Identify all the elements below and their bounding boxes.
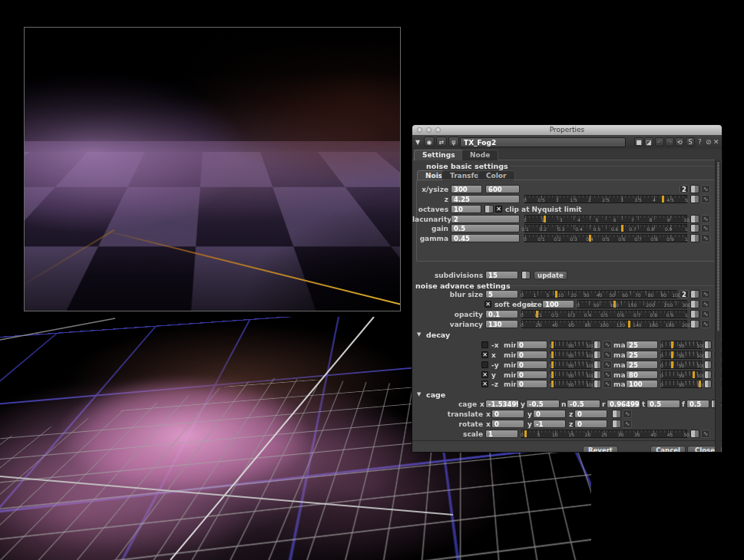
disclosure-triangle[interactable]: ▼ [417, 331, 421, 338]
render-viewport[interactable] [24, 27, 401, 311]
curve-button[interactable]: ∿ [603, 351, 612, 359]
cage-y-field[interactable]: -0.5 [526, 400, 560, 408]
min-field[interactable]: 0 [516, 341, 547, 349]
undo-icon[interactable]: ↶ [655, 137, 664, 147]
channel-button[interactable] [690, 224, 699, 232]
gamma-field[interactable]: 0.45 [451, 234, 520, 242]
max-field[interactable]: 100 [626, 380, 658, 388]
rotate-z-field[interactable]: 0 [574, 420, 607, 428]
curve-button[interactable]: ∿ [623, 410, 632, 418]
channel-button[interactable] [690, 300, 699, 308]
channel-button[interactable] [690, 185, 699, 193]
channel-button[interactable] [690, 215, 699, 223]
decay-negz-checkbox[interactable] [481, 380, 488, 387]
curve-button[interactable]: ∿ [701, 224, 710, 232]
tab-settings[interactable]: Settings [414, 150, 463, 160]
max-slider[interactable]: 050100 [661, 361, 702, 369]
max-field[interactable]: 25 [626, 341, 658, 349]
update-button[interactable]: update [534, 271, 567, 280]
size-slider[interactable]: 050100150200250300 [577, 300, 687, 308]
redo-icon[interactable]: ↷ [665, 137, 674, 147]
channel-button[interactable] [612, 410, 621, 418]
cage-r-field[interactable]: 0.96499999 [607, 400, 640, 408]
channel-button[interactable] [690, 320, 699, 328]
channel-button[interactable] [690, 430, 699, 438]
channel-button[interactable] [594, 351, 601, 359]
subdivisions-field[interactable]: 15 [485, 271, 518, 279]
disclosure-triangle[interactable]: ▼ [417, 391, 421, 397]
gamma-slider[interactable]: 00.10.20.30.40.50.60.70.80.91 [524, 234, 687, 242]
translate-x-field[interactable]: 0 [491, 410, 524, 418]
channel-button[interactable] [594, 371, 601, 379]
lacunarity-field[interactable]: 2 [451, 215, 520, 223]
min-field[interactable]: 0 [516, 371, 547, 379]
min-slider[interactable]: 050100 [551, 371, 591, 379]
curve-button[interactable]: ∿ [701, 300, 710, 308]
center-node-icon[interactable]: ◉ [424, 137, 435, 147]
curve-button[interactable]: ∿ [701, 320, 710, 328]
channel-button[interactable] [594, 341, 601, 349]
channel-button[interactable] [704, 361, 712, 369]
channel-button[interactable] [594, 380, 601, 388]
help-icon[interactable]: ? [698, 138, 702, 147]
scale-slider[interactable]: 05101520253035404550 [521, 430, 687, 438]
min-field[interactable]: 0 [516, 361, 547, 369]
channel-button[interactable] [690, 195, 699, 203]
curve-button[interactable]: ∿ [701, 310, 710, 318]
channel-button[interactable] [594, 361, 601, 369]
curve-button[interactable]: ∿ [603, 371, 612, 379]
channel-button[interactable] [690, 234, 699, 242]
maximize-icon[interactable]: ■ [634, 137, 643, 147]
xysize-x-field[interactable]: 300 [451, 185, 482, 193]
channel-button[interactable] [704, 380, 712, 388]
variancy-field[interactable]: 130 [485, 320, 518, 328]
max-slider[interactable]: 050100 [661, 380, 702, 388]
xysize-y-field[interactable]: 600 [485, 185, 520, 193]
variancy-slider[interactable]: 020406080100120140160180200 [521, 320, 687, 328]
max-slider[interactable]: 050100 [661, 351, 702, 359]
min-field[interactable]: 0 [516, 380, 547, 388]
gain-slider[interactable]: 0.10.20.30.40.50.60.70.80.91 [524, 224, 687, 232]
channel-button[interactable] [484, 205, 494, 213]
channel-button[interactable] [704, 351, 712, 359]
mask-icon[interactable]: ψ [448, 137, 459, 147]
gain-field[interactable]: 0.5 [451, 224, 520, 232]
decay-y-checkbox[interactable] [481, 371, 488, 378]
lacunarity-slider[interactable]: 12345678910 [524, 215, 687, 223]
channel-button[interactable] [690, 310, 699, 318]
cage-n-field[interactable]: -0.5 [567, 400, 600, 408]
multi-value-button[interactable]: 2 [680, 185, 689, 193]
max-field[interactable]: 25 [626, 351, 658, 359]
curve-button[interactable]: ∿ [701, 430, 710, 438]
min-field[interactable]: 0 [516, 351, 547, 359]
cage-f-field[interactable]: 0.5 [686, 400, 709, 408]
channel-button[interactable] [612, 420, 621, 428]
channel-button[interactable] [690, 290, 699, 298]
max-field[interactable]: 25 [626, 361, 658, 369]
max-slider[interactable]: 050100 [661, 341, 702, 349]
opacity-field[interactable]: 0.1 [485, 310, 518, 318]
vertical-scrollbar[interactable] [715, 160, 721, 452]
min-slider[interactable]: 050100 [551, 351, 591, 359]
cage-t-field[interactable]: 0.5 [646, 400, 680, 408]
curve-button[interactable]: ∿ [603, 341, 612, 349]
curve-button[interactable]: ∿ [701, 290, 710, 298]
decay-negy-checkbox[interactable] [481, 361, 488, 368]
pin-icon[interactable]: ⊘ [706, 138, 712, 147]
rotate-y-field[interactable]: -1 [533, 420, 566, 428]
tab-node[interactable]: Node [461, 150, 498, 160]
blur-slider[interactable]: 015102030405060708090100 [521, 290, 677, 298]
swap-inputs-icon[interactable]: ⇄ [436, 137, 447, 147]
min-slider[interactable]: 050100 [551, 341, 591, 349]
max-slider[interactable]: 050100 [661, 371, 702, 379]
cage-x-field[interactable]: -1.5349999 [485, 400, 519, 408]
octaves-field[interactable]: 10 [451, 205, 481, 213]
revert-button[interactable]: Revert [583, 446, 618, 453]
min-slider[interactable]: 050100 [551, 380, 591, 388]
rotate-x-field[interactable]: 0 [491, 420, 524, 428]
channel-button[interactable] [704, 341, 712, 349]
size-field[interactable]: 100 [542, 300, 574, 308]
close-icon[interactable]: ✕ [713, 138, 719, 147]
channel-button[interactable] [521, 271, 531, 279]
node-name-field[interactable]: TX_Fog2 [460, 137, 626, 147]
